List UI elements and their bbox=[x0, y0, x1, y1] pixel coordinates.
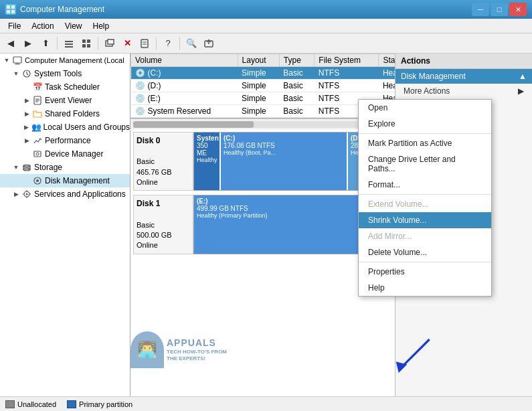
toolbar-sep-3 bbox=[156, 37, 157, 50]
svg-point-29 bbox=[36, 153, 39, 155]
tree-item-shared-folders[interactable]: ▶ Shared Folders bbox=[0, 107, 130, 120]
toolbar-search[interactable]: 🔍 bbox=[183, 35, 199, 52]
context-menu-item[interactable]: Shrink Volume... bbox=[359, 212, 491, 228]
toolbar-sep-2 bbox=[98, 37, 98, 50]
context-menu-separator bbox=[359, 133, 491, 134]
menu-view[interactable]: View bbox=[60, 19, 88, 33]
tree-label-disk-mgmt: Disk Management bbox=[45, 176, 110, 185]
main-container: ▼ Computer Management (Local ▼ System To… bbox=[0, 54, 532, 396]
maximize-button[interactable]: □ bbox=[491, 3, 508, 16]
tree-item-disk-mgmt[interactable]: Disk Management bbox=[0, 174, 130, 187]
svg-rect-5 bbox=[65, 44, 73, 45]
context-menu-item[interactable]: Explore bbox=[359, 116, 491, 132]
shared-folders-icon bbox=[32, 108, 43, 119]
tree-item-computer-mgmt[interactable]: ▼ Computer Management (Local bbox=[0, 54, 130, 67]
toolbar-up[interactable]: ⬆ bbox=[37, 35, 54, 52]
context-menu-item[interactable]: Format... bbox=[359, 177, 491, 193]
legend-box-primary bbox=[67, 400, 76, 408]
actions-collapse-icon: ▲ bbox=[519, 72, 527, 81]
toolbar-export[interactable] bbox=[201, 35, 217, 52]
svg-rect-6 bbox=[65, 46, 73, 48]
menu-help[interactable]: Help bbox=[88, 19, 115, 33]
svg-rect-9 bbox=[82, 44, 86, 48]
tree-item-task-scheduler[interactable]: 📅 Task Scheduler bbox=[0, 80, 130, 94]
context-menu-item[interactable]: Properties bbox=[359, 264, 491, 280]
expand-icon: ▼ bbox=[11, 70, 21, 77]
task-scheduler-icon: 📅 bbox=[32, 82, 43, 92]
menu-file[interactable]: File bbox=[3, 19, 26, 33]
toolbar-new-window[interactable] bbox=[102, 35, 118, 52]
context-menu-separator bbox=[359, 262, 491, 262]
context-menu-separator bbox=[359, 194, 491, 195]
context-menu-item[interactable]: Help bbox=[359, 280, 491, 296]
tree-label-computer-mgmt: Computer Management (Local bbox=[25, 56, 124, 64]
actions-more[interactable]: More Actions ▶ bbox=[395, 84, 532, 98]
svg-point-36 bbox=[26, 193, 28, 195]
tree-item-device-manager[interactable]: Device Manager bbox=[0, 147, 130, 161]
partition[interactable]: Systen350 MEHealthy bbox=[194, 133, 221, 190]
expand-icon: ▶ bbox=[11, 191, 21, 197]
context-menu-item[interactable]: Change Drive Letter and Paths... bbox=[359, 151, 491, 177]
context-menu-item: Extend Volume... bbox=[359, 196, 491, 212]
svg-rect-2 bbox=[7, 10, 10, 13]
svg-rect-10 bbox=[87, 44, 90, 48]
storage-icon bbox=[21, 162, 32, 173]
title-bar-left: Computer Management bbox=[5, 4, 104, 15]
disk-mgmt-icon bbox=[32, 175, 43, 186]
expand-icon: ▶ bbox=[21, 110, 32, 117]
legend-primary: Primary partition bbox=[67, 400, 132, 408]
actions-header: Actions bbox=[395, 54, 532, 69]
tree-item-event-viewer[interactable]: ▶ Event Viewer bbox=[0, 94, 130, 107]
svg-rect-1 bbox=[11, 5, 15, 9]
tree-item-local-users[interactable]: ▶ 👥 Local Users and Groups bbox=[0, 120, 130, 134]
right-panel: Volume Layout Type File System Status 💿(… bbox=[130, 54, 532, 396]
toolbar-icon-view[interactable] bbox=[78, 35, 94, 52]
disk-info: Disk 1Basic500.00 GBOnline bbox=[133, 195, 193, 254]
tree-item-storage[interactable]: ▼ Storage bbox=[0, 161, 130, 174]
context-menu-item[interactable]: Mark Partition as Active bbox=[359, 135, 491, 151]
toolbar: ◀ ▶ ⬆ ✕ ? 🔍 bbox=[0, 33, 532, 54]
expand-icon: ▶ bbox=[21, 124, 31, 131]
toolbar-show-hide[interactable] bbox=[61, 35, 77, 52]
status-bar: Unallocated Primary partition bbox=[0, 396, 532, 411]
scroll-thumb[interactable] bbox=[133, 121, 254, 128]
context-menu-item: Add Mirror... bbox=[359, 228, 491, 244]
toolbar-help[interactable]: ? bbox=[160, 35, 176, 52]
actions-section-title: Disk Management bbox=[401, 72, 466, 81]
context-menu-item[interactable]: Delete Volume... bbox=[359, 244, 491, 260]
tree-label-storage: Storage bbox=[34, 163, 62, 172]
computer-mgmt-icon bbox=[12, 55, 23, 66]
toolbar-forward[interactable]: ▶ bbox=[20, 35, 36, 52]
tree-label-services-apps: Services and Applications bbox=[34, 189, 126, 199]
tree-label-performance: Performance bbox=[45, 136, 91, 145]
minimize-button[interactable]: ─ bbox=[472, 3, 489, 16]
svg-rect-12 bbox=[108, 39, 114, 44]
legend-unallocated: Unallocated bbox=[5, 400, 56, 408]
left-panel: ▼ Computer Management (Local ▼ System To… bbox=[0, 54, 130, 396]
actions-arrow-icon: ▶ bbox=[518, 86, 524, 96]
expand-icon: ▼ bbox=[11, 164, 21, 171]
window-controls: ─ □ ✕ bbox=[472, 3, 527, 16]
context-menu: OpenExploreMark Partition as ActiveChang… bbox=[358, 99, 492, 297]
device-manager-icon bbox=[32, 149, 43, 159]
tree-item-performance[interactable]: ▶ Performance bbox=[0, 134, 130, 147]
toolbar-delete[interactable]: ✕ bbox=[119, 35, 135, 52]
event-viewer-icon bbox=[32, 95, 43, 106]
toolbar-sep-1 bbox=[57, 37, 58, 50]
col-layout: Layout bbox=[238, 54, 279, 67]
tree-label-event-viewer: Event Viewer bbox=[45, 96, 92, 105]
toolbar-properties[interactable] bbox=[137, 35, 153, 52]
tree-label-system-tools: System Tools bbox=[34, 69, 82, 78]
context-menu-item[interactable]: Open bbox=[359, 100, 491, 116]
col-fs: File System bbox=[315, 54, 379, 67]
tree-item-system-tools[interactable]: ▼ System Tools bbox=[0, 67, 130, 80]
col-volume: Volume bbox=[131, 54, 238, 67]
menu-action[interactable]: Action bbox=[26, 19, 59, 33]
toolbar-sep-4 bbox=[179, 37, 180, 50]
toolbar-back[interactable]: ◀ bbox=[3, 35, 19, 52]
close-button[interactable]: ✕ bbox=[509, 3, 527, 16]
tree-label-local-users: Local Users and Groups bbox=[43, 122, 130, 132]
partition[interactable]: (C:)176.08 GB NTFSHealthy (Boot, Pa... bbox=[221, 133, 348, 190]
actions-section-header[interactable]: Disk Management ▲ bbox=[395, 69, 532, 84]
tree-item-services-apps[interactable]: ▶ Services and Applications bbox=[0, 187, 130, 201]
